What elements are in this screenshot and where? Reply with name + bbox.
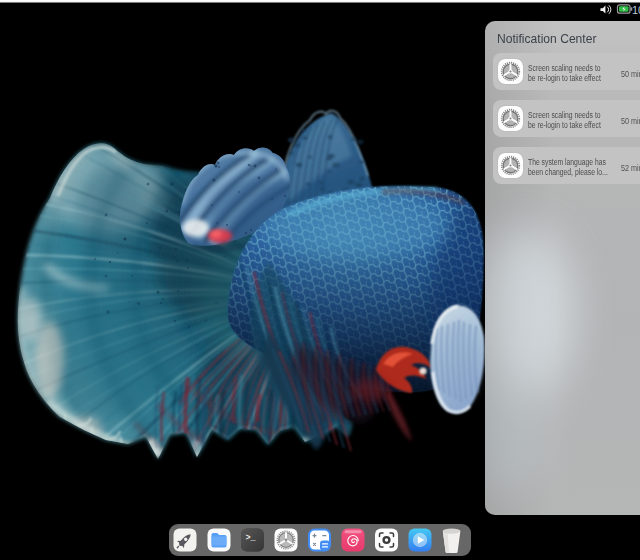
svg-text:>_: >_ [246,533,257,543]
